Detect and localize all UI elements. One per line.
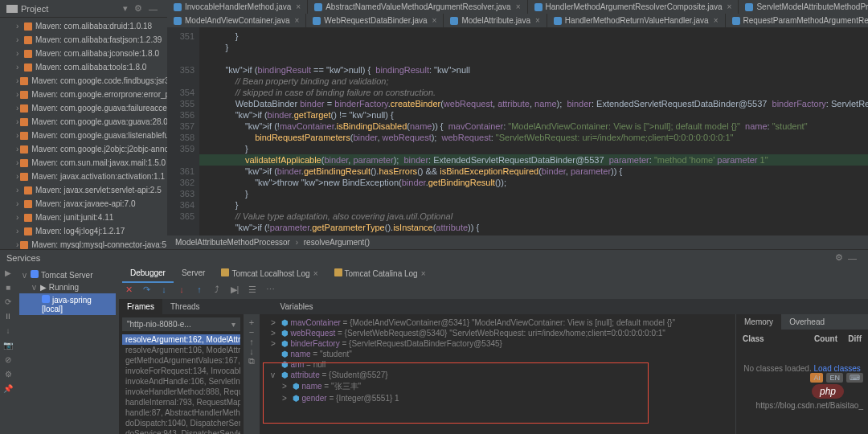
tree-item[interactable]: ›Maven: com.google.guava:listenablefutur… <box>0 129 167 142</box>
variable-row[interactable]: v ⬢ attribute = {Student@5527} <box>263 370 732 380</box>
gear-icon[interactable]: ⚙ <box>835 252 843 263</box>
variable-row[interactable]: > ⬢ gender = {Integer@5551} 1 <box>263 393 732 403</box>
up-icon[interactable]: ↑ <box>244 337 260 346</box>
debug-tab[interactable]: Server <box>174 265 213 283</box>
variable-row[interactable]: > ⬢ webRequest = {ServletWebRequest@5340… <box>263 328 732 338</box>
breadcrumb[interactable]: ModelAttributeMethodProcessor › resolveA… <box>167 235 868 249</box>
editor-tab[interactable]: ModelAttribute.java× <box>444 14 547 27</box>
variables-tab[interactable]: Variables <box>272 299 321 314</box>
code-content[interactable]: } } "kw">if (bindingResult == "kw">null)… <box>199 27 868 235</box>
tree-item[interactable]: ›Maven: com.sun.mail:javax.mail:1.5.0 <box>0 156 167 170</box>
copy-icon[interactable]: ⧉ <box>244 356 260 366</box>
line-gutter: 3513533543553563573583593613623633643653… <box>167 27 199 235</box>
stack-frame[interactable]: invokeAndHandle:106, ServletInvocabl <box>122 376 240 387</box>
mute-icon[interactable]: ⊘ <box>0 355 16 370</box>
tree-item[interactable]: ›Maven: com.google.errorprone:error_pron… <box>0 88 167 101</box>
rerun-icon[interactable]: ▶ <box>0 268 16 283</box>
sidebar-header: Project ▾ ⚙ — <box>0 0 167 18</box>
tree-item[interactable]: ›Maven: com.google.guava:guava:28.0-jre <box>0 115 167 129</box>
variable-row[interactable]: > ⬢ mavContainer = {ModelAndViewContaine… <box>263 317 732 328</box>
stack-frame[interactable]: handle:87, AbstractHandlerMethodAda <box>122 407 240 418</box>
step-out-icon[interactable]: ↑ <box>193 285 206 297</box>
variable-row[interactable]: > ⬢ name = "张三丰" <box>263 380 732 393</box>
col-class: Class <box>743 334 805 343</box>
evaluate-icon[interactable]: ☰ <box>246 285 259 297</box>
thread-dropdown[interactable]: "http-nio-8080-e... ▾ <box>122 317 240 331</box>
tomcat-server-node[interactable]: vTomcat Server <box>19 268 116 281</box>
tree-item[interactable]: ›Maven: javax:javaee-api:7.0 <box>0 197 167 211</box>
vars-action-bar: + − ↑ ↓ ⧉ <box>244 314 260 434</box>
frames-list[interactable]: resolveArgument:162, ModelAttributeMreso… <box>122 334 240 434</box>
load-classes-link[interactable]: Load classes <box>813 364 860 373</box>
java-spring-config[interactable]: java-spring [local] <box>19 293 116 315</box>
stack-frame[interactable]: invokeHandlerMethod:888, RequestMa <box>122 387 240 397</box>
variable-row[interactable]: ⬢ name = "student" <box>263 349 732 359</box>
frames-tab[interactable]: Frames <box>119 299 162 314</box>
tree-item[interactable]: ›Maven: com.alibaba:tools:1.8.0 <box>0 60 167 74</box>
debug-tab[interactable]: Tomcat Catalina Log× <box>326 265 434 283</box>
variables-panel[interactable]: > ⬢ mavContainer = {ModelAndViewContaine… <box>260 314 735 434</box>
project-tree[interactable]: ›Maven: com.alibaba:druid:1.0.18›Maven: … <box>0 18 167 249</box>
collapse-icon[interactable]: — <box>149 4 158 14</box>
tree-item[interactable]: ›Maven: log4j:log4j:1.2.17 <box>0 224 167 238</box>
editor-tab[interactable]: ServletModelAttributeMethodProcessor.jav… <box>739 0 868 14</box>
step-over-icon[interactable]: ↷ <box>140 285 153 297</box>
close-icon[interactable]: ✕ <box>122 285 135 297</box>
debug-server-tree[interactable]: vTomcat Server v▶ Running java-spring [l… <box>16 265 119 434</box>
force-step-into-icon[interactable]: ↓ <box>175 285 188 297</box>
threads-tab[interactable]: Threads <box>162 299 208 314</box>
stack-frame[interactable]: resolveArgument:106, ModelAttributeM <box>122 345 240 355</box>
editor-tab[interactable]: WebRequestDataBinder.java× <box>306 14 444 27</box>
running-node[interactable]: v▶ Running <box>19 281 116 293</box>
pin-icon[interactable]: 📌 <box>0 384 16 399</box>
tree-item[interactable]: ›Maven: com.google.j2objc:j2objc-annotat… <box>0 142 167 156</box>
overhead-tab[interactable]: Overhead <box>781 314 833 330</box>
step-icon[interactable]: ↓ <box>0 326 16 341</box>
editor-tab[interactable]: ModelAndViewContainer.java× <box>167 14 306 27</box>
resume-icon[interactable]: ⟳ <box>0 297 16 312</box>
memory-tab[interactable]: Memory <box>736 314 781 330</box>
trace-icon[interactable]: ⋯ <box>264 285 276 297</box>
down-icon[interactable]: ↓ <box>244 346 260 356</box>
photo-icon[interactable]: 📷 <box>0 341 16 355</box>
stack-frame[interactable]: resolveArgument:162, ModelAttributeM <box>122 334 240 345</box>
editor-tab[interactable]: HandlerMethodReturnValueHandler.java× <box>547 14 726 27</box>
stop-icon[interactable]: ■ <box>0 283 16 297</box>
code-editor[interactable]: 3513533543553563573583593613623633643653… <box>167 27 868 235</box>
col-diff: Diff <box>837 334 862 343</box>
stack-frame[interactable]: doDispatch:1040, DispatcherServlet (or <box>122 418 240 428</box>
step-into-icon[interactable]: ↓ <box>158 285 170 297</box>
tree-item[interactable]: ›Maven: javax.activation:activation:1.1 <box>0 170 167 183</box>
debug-tab[interactable]: Tomcat Localhost Log× <box>213 265 326 283</box>
debug-tab[interactable]: Debugger <box>122 265 174 283</box>
variable-row[interactable]: ⬢ ann = null <box>263 359 732 370</box>
minimize-icon[interactable]: — <box>848 253 857 263</box>
tree-item[interactable]: ›Maven: mysql:mysql-connector-java:5.1.4… <box>0 238 167 249</box>
drop-frame-icon[interactable]: ⤴ <box>211 285 223 297</box>
settings-gear-icon[interactable]: ⚙ <box>134 3 142 14</box>
settings-icon[interactable]: ⚙ <box>0 370 16 384</box>
editor-tab[interactable]: RequestParamMethodArgumentResolver.java× <box>726 14 868 27</box>
tree-item[interactable]: ›Maven: com.alibaba:fastjson:1.2.39 <box>0 33 167 47</box>
stack-frame[interactable]: getMethodArgumentValues:167, Invoca <box>122 355 240 366</box>
add-watch-icon[interactable]: + <box>244 317 260 327</box>
run-to-cursor-icon[interactable]: ▶| <box>228 285 241 297</box>
breadcrumb-class[interactable]: ModelAttributeMethodProcessor <box>175 238 290 247</box>
stack-frame[interactable]: doService:943, DispatcherServlet (org.s <box>122 428 240 434</box>
dropdown-icon[interactable]: ▾ <box>123 3 128 14</box>
variable-row[interactable]: > ⬢ binderFactory = {ServletRequestDataB… <box>263 338 732 349</box>
editor-tab[interactable]: AbstractNamedValueMethodArgumentResolver… <box>308 0 527 14</box>
tree-item[interactable]: ›Maven: junit:junit:4.11 <box>0 211 167 224</box>
breadcrumb-method[interactable]: resolveArgument() <box>304 238 370 247</box>
tree-item[interactable]: ›Maven: com.google.guava:failureaccess:1… <box>0 101 167 115</box>
stack-frame[interactable]: invokeForRequest:134, InvocableHandl <box>122 366 240 376</box>
editor-tab[interactable]: HandlerMethodArgumentResolverComposite.j… <box>528 0 739 14</box>
pause-icon[interactable]: ⏸ <box>0 312 16 326</box>
editor-tab[interactable]: InvocableHandlerMethod.java× <box>167 0 308 14</box>
tree-item[interactable]: ›Maven: com.alibaba:jconsole:1.8.0 <box>0 47 167 60</box>
tree-item[interactable]: ›Maven: javax.servlet:servlet-api:2.5 <box>0 183 167 197</box>
tree-item[interactable]: ›Maven: com.google.code.findbugs:jsr305:… <box>0 74 167 88</box>
tree-item[interactable]: ›Maven: com.alibaba:druid:1.0.18 <box>0 19 167 33</box>
stack-frame[interactable]: handleInternal:793, RequestMappingH <box>122 397 240 407</box>
remove-watch-icon[interactable]: − <box>244 327 260 337</box>
